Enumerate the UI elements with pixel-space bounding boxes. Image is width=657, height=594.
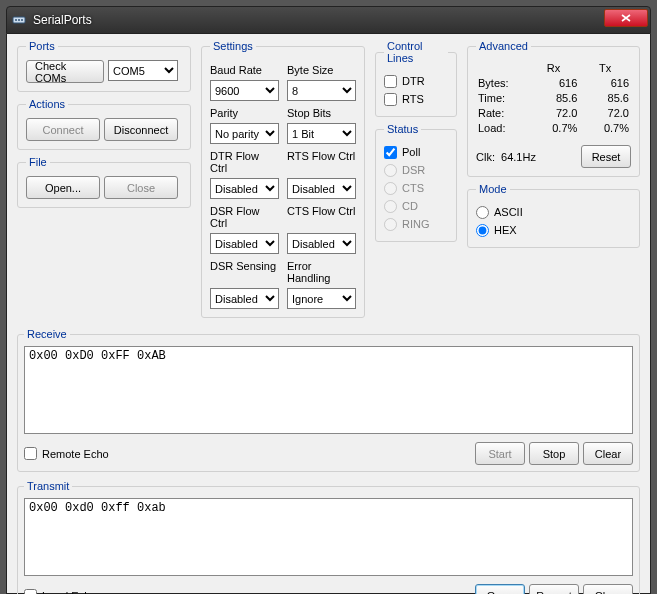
svg-point-1 [15,19,17,21]
receive-textarea[interactable] [24,346,633,434]
poll-label: Poll [402,146,420,158]
ascii-radio[interactable] [476,206,489,219]
load-label: Load: [476,120,528,135]
poll-checkbox-row[interactable]: Poll [384,143,448,161]
stopbits-label: Stop Bits [287,107,356,119]
clk-value: 64.1Hz [501,151,536,163]
bytes-label: Bytes: [476,75,528,90]
dsrsense-label: DSR Sensing [210,260,279,284]
cd-radio [384,200,397,213]
reset-button[interactable]: Reset [581,145,631,168]
open-button[interactable]: Open... [26,176,100,199]
rx-header: Rx [528,60,580,75]
rts-checkbox-row[interactable]: RTS [384,90,448,108]
disconnect-button[interactable]: Disconnect [104,118,178,141]
status-group: Status Poll DSR CTS CD RING [375,123,457,242]
ring-label: RING [402,218,430,230]
rtsflow-select[interactable]: Disabled [287,178,356,199]
time-tx: 85.6 [579,90,631,105]
svg-point-3 [21,19,23,21]
dtr-checkbox-row[interactable]: DTR [384,72,448,90]
advanced-table: RxTx Bytes:616616 Time:85.685.6 Rate:72.… [476,60,631,135]
mode-group: Mode ASCII HEX [467,183,640,248]
mode-legend: Mode [476,183,510,195]
file-group: File Open... Close [17,156,191,208]
error-select[interactable]: Ignore [287,288,356,309]
start-button[interactable]: Start [475,442,525,465]
rts-label: RTS [402,93,424,105]
repeat-button[interactable]: Repeat [529,584,579,594]
load-rx: 0.7% [528,120,580,135]
window-close-button[interactable] [604,9,648,27]
cts-radio [384,182,397,195]
dsr-radio-row: DSR [384,161,448,179]
error-label: Error Handling [287,260,356,284]
receive-legend: Receive [24,328,70,340]
dtrflow-select[interactable]: Disabled [210,178,279,199]
receive-clear-button[interactable]: Clear [583,442,633,465]
once-button[interactable]: Once [475,584,525,594]
check-coms-button[interactable]: Check COMs [26,60,104,83]
dsrsense-select[interactable]: Disabled [210,288,279,309]
tx-header: Tx [579,60,631,75]
status-legend: Status [384,123,421,135]
rate-tx: 72.0 [579,105,631,120]
svg-point-2 [18,19,20,21]
hex-radio[interactable] [476,224,489,237]
actions-group: Actions Connect Disconnect [17,98,191,150]
advanced-group: Advanced RxTx Bytes:616616 Time:85.685.6… [467,40,640,177]
baud-select[interactable]: 9600 [210,80,279,101]
hex-radio-row[interactable]: HEX [476,221,631,239]
ctsflow-select[interactable]: Disabled [287,233,356,254]
connect-button[interactable]: Connect [26,118,100,141]
titlebar: SerialPorts [6,6,651,34]
settings-group: Settings Baud Rate Byte Size 9600 8 Pari… [201,40,365,318]
ports-group: Ports Check COMs COM5 [17,40,191,92]
bytes-tx: 616 [579,75,631,90]
dtr-label: DTR [402,75,425,87]
control-lines-group: Control Lines DTR RTS [375,40,457,117]
hex-label: HEX [494,224,517,236]
byte-select[interactable]: 8 [287,80,356,101]
parity-label: Parity [210,107,279,119]
remote-echo-checkbox[interactable] [24,447,37,460]
local-echo-label: Local Echo [42,590,96,595]
poll-checkbox[interactable] [384,146,397,159]
file-legend: File [26,156,50,168]
ascii-label: ASCII [494,206,523,218]
parity-select[interactable]: No parity [210,123,279,144]
ports-legend: Ports [26,40,58,52]
dsrflow-label: DSR Flow Ctrl [210,205,279,229]
remote-echo-row[interactable]: Remote Echo [24,445,109,463]
ring-radio [384,218,397,231]
cd-label: CD [402,200,418,212]
close-icon [621,14,631,22]
ring-radio-row: RING [384,215,448,233]
transmit-textarea[interactable] [24,498,633,576]
transmit-clear-button[interactable]: Clear [583,584,633,594]
transmit-legend: Transmit [24,480,72,492]
window: SerialPorts Ports Check COMs COM5 Act [0,0,657,594]
close-button[interactable]: Close [104,176,178,199]
advanced-legend: Advanced [476,40,531,52]
com-select[interactable]: COM5 [108,60,178,81]
time-label: Time: [476,90,528,105]
ascii-radio-row[interactable]: ASCII [476,203,631,221]
local-echo-checkbox[interactable] [24,589,37,594]
dtr-checkbox[interactable] [384,75,397,88]
client-area: Ports Check COMs COM5 Actions Connect Di… [6,34,651,594]
byte-label: Byte Size [287,64,356,76]
stop-button[interactable]: Stop [529,442,579,465]
control-lines-legend: Control Lines [384,40,448,64]
dsr-radio [384,164,397,177]
cts-label: CTS [402,182,424,194]
stopbits-select[interactable]: 1 Bit [287,123,356,144]
rts-checkbox[interactable] [384,93,397,106]
clk-label: Clk: [476,151,495,163]
rtsflow-label: RTS Flow Ctrl [287,150,356,174]
receive-group: Receive Remote Echo Start Stop Clear [17,328,640,472]
dsrflow-select[interactable]: Disabled [210,233,279,254]
local-echo-row[interactable]: Local Echo [24,587,96,595]
actions-legend: Actions [26,98,68,110]
dsr-label: DSR [402,164,425,176]
